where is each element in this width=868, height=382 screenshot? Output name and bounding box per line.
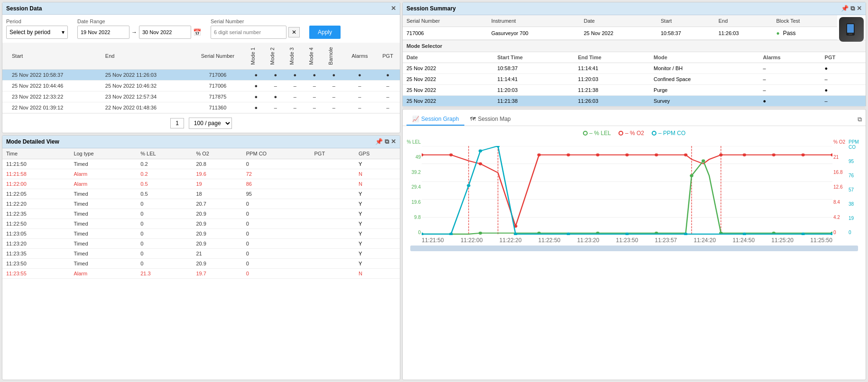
cell-barnole: ● — [324, 69, 343, 80]
cell-co: 0 — [242, 248, 311, 258]
ms-pgt: – — [821, 96, 866, 107]
clear-serial-icon[interactable]: ✕ — [288, 27, 300, 37]
svg-point-15 — [479, 162, 482, 165]
cell-m1: ● — [246, 91, 266, 102]
sum-start: 10:58:37 — [657, 27, 715, 40]
cell-pgt — [311, 209, 355, 218]
mode-sel-row[interactable]: 25 Nov 2022 11:14:41 11:20:03 Confined S… — [403, 74, 866, 85]
mode-detail-row[interactable]: 11:23:50 Timed 0 20.9 0 Y — [2, 258, 400, 268]
ms-start: 11:14:41 — [494, 74, 574, 85]
period-select[interactable]: Select by period ▾ — [6, 26, 68, 39]
table-row[interactable]: 23 Nov 2022 12:33:22 23 Nov 2022 12:57:3… — [2, 91, 400, 102]
cell-time: 11:22:50 — [2, 218, 70, 228]
mode-detail-row[interactable]: 11:21:58 Alarm 0.2 19.6 72 N — [2, 169, 400, 179]
mode-detailed-title: Mode Detailed View — [6, 138, 59, 145]
cell-m3: – — [285, 102, 305, 113]
mode-detail-row[interactable]: 11:22:00 Alarm 0.5 19 86 N — [2, 179, 400, 189]
svg-point-24 — [743, 154, 746, 156]
mode-detail-row[interactable]: 11:23:20 Timed 0 20.9 0 Y — [2, 238, 400, 248]
restore-icon[interactable]: ⧉ — [385, 138, 389, 146]
tab-session-graph[interactable]: 📈 Session Graph — [406, 113, 464, 126]
cell-alarms: – — [343, 102, 376, 113]
cell-gps: Y — [355, 238, 400, 248]
col-pgt: PGT — [376, 43, 400, 69]
cell-gps: Y — [355, 218, 400, 228]
legend-lel: – % LEL — [583, 130, 611, 136]
page-number-btn[interactable]: 1 — [170, 118, 184, 128]
svg-point-22 — [684, 154, 687, 156]
col-lel: % LEL — [137, 148, 192, 159]
cell-lel: 0 — [137, 238, 192, 248]
mode-detail-row[interactable]: 11:22:50 Timed 0 20.9 0 Y — [2, 218, 400, 228]
cell-gps: Y — [355, 209, 400, 218]
restore-icon-summary[interactable]: ⧉ — [850, 5, 855, 12]
apply-button[interactable]: Apply — [309, 26, 341, 39]
cell-o2: 19.7 — [192, 268, 242, 278]
cell-pgt: – — [376, 80, 400, 91]
mode-detail-row[interactable]: 11:23:05 Timed 0 20.9 0 Y — [2, 228, 400, 238]
sum-end: 11:26:03 — [715, 27, 773, 40]
pin-icon-summary[interactable]: 📌 — [841, 5, 849, 12]
mode-detail-row[interactable]: 11:23:35 Timed 0 21 0 Y — [2, 248, 400, 258]
cell-co: 0 — [242, 199, 311, 209]
pin-icon[interactable]: 📌 — [375, 138, 383, 146]
mode-detail-row[interactable]: 11:22:05 Timed 0.5 18 95 Y — [2, 189, 400, 199]
chart-container: % LEL 49 39.2 29.4 19.6 9.8 0 % O2 21 16… — [406, 139, 862, 244]
cell-serial: 717006 — [189, 80, 247, 91]
cell-logtype: Timed — [70, 228, 137, 238]
cell-gps: Y — [355, 228, 400, 238]
sum-blocktest: ● Pass — [772, 27, 837, 40]
cell-time: 11:21:58 — [2, 169, 70, 179]
session-summary-header: Session Summary 📌 ⧉ ✕ — [403, 2, 866, 15]
cell-m3: – — [285, 91, 305, 102]
device-icon — [839, 17, 864, 42]
close-icon-summary[interactable]: ✕ — [857, 5, 862, 12]
table-row[interactable]: 25 Nov 2022 10:44:46 25 Nov 2022 10:46:3… — [2, 80, 400, 91]
cell-m2: – — [266, 102, 285, 113]
calendar-icon[interactable]: 📅 — [193, 28, 201, 36]
table-row[interactable]: 25 Nov 2022 10:58:37 25 Nov 2022 11:26:0… — [2, 69, 400, 80]
mode-detail-row[interactable]: 11:21:50 Timed 0.2 20.8 0 Y — [2, 159, 400, 169]
cell-m3: – — [285, 80, 305, 91]
ms-mode: Confined Space — [650, 74, 759, 85]
col-barnole: Barnole — [324, 43, 343, 69]
serial-number-input[interactable] — [211, 26, 286, 39]
cell-end: 25 Nov 2022 11:26:03 — [96, 69, 189, 80]
cell-pgt — [311, 228, 355, 238]
date-start-input[interactable] — [77, 26, 129, 39]
ms-end: 11:26:03 — [574, 96, 650, 107]
per-page-select[interactable]: 100 / page 50 / page — [189, 118, 232, 129]
close-icon[interactable]: ✕ — [391, 5, 396, 12]
ms-alarms: – — [759, 74, 821, 85]
cell-alarms: – — [343, 80, 376, 91]
chart-scrollbar[interactable] — [410, 246, 858, 251]
svg-point-34 — [690, 174, 693, 177]
graph-tabs: 📈 Session Graph 🗺 Session Map ⧉ — [403, 109, 866, 126]
ms-end: 11:20:03 — [574, 74, 650, 85]
mode-sel-row[interactable]: 25 Nov 2022 11:20:03 11:21:38 Purge – ● — [403, 85, 866, 96]
tab-session-map[interactable]: 🗺 Session Map — [464, 113, 516, 126]
mode-sel-row[interactable]: 25 Nov 2022 11:21:38 11:26:03 Survey ● – — [403, 96, 866, 107]
summary-row[interactable]: 717006 Gasurveyor 700 25 Nov 2022 10:58:… — [403, 27, 837, 40]
ms-pgt: ● — [821, 85, 866, 96]
ms-col-mode: Mode — [650, 52, 759, 63]
cell-logtype: Timed — [70, 189, 137, 199]
cell-m4: – — [305, 102, 324, 113]
sum-col-date: Date — [580, 15, 657, 27]
cell-gps: Y — [355, 248, 400, 258]
restore-icon-graph[interactable]: ⧉ — [858, 116, 862, 123]
mode-detail-row[interactable]: 11:22:35 Timed 0 20.9 0 Y — [2, 209, 400, 218]
mode-detail-row[interactable]: 11:22:20 Timed 0 20.7 0 Y — [2, 199, 400, 209]
cell-serial: 711360 — [189, 102, 247, 113]
table-row[interactable]: 22 Nov 2022 01:39:12 22 Nov 2022 01:48:3… — [2, 102, 400, 113]
close-icon-mode[interactable]: ✕ — [391, 138, 396, 146]
mode-sel-row[interactable]: 25 Nov 2022 10:58:37 11:14:41 Monitor / … — [403, 63, 866, 74]
date-end-input[interactable] — [139, 26, 191, 39]
cell-lel: 21.3 — [137, 268, 192, 278]
cell-logtype: Timed — [70, 238, 137, 248]
cell-lel: 0.2 — [137, 169, 192, 179]
session-summary-panel: Session Summary 📌 ⧉ ✕ Serial Number Inst… — [402, 2, 866, 107]
map-icon: 🗺 — [470, 116, 476, 122]
mode-detail-row[interactable]: 11:23:55 Alarm 21.3 19.7 0 N — [2, 268, 400, 278]
cell-pgt — [311, 169, 355, 179]
